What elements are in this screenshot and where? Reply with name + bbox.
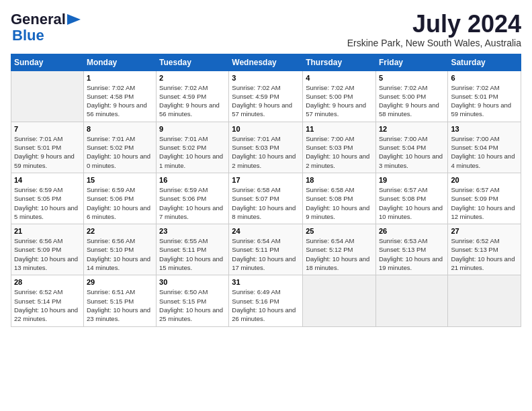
day-number: 11 [306, 125, 373, 133]
day-cell: 29Sunrise: 6:51 AMSunset: 5:15 PMDayligh… [83, 275, 156, 326]
day-number: 14 [14, 176, 81, 184]
day-cell [375, 275, 447, 326]
day-info: Sunrise: 6:50 AMSunset: 5:15 PMDaylight:… [159, 287, 226, 323]
day-cell [11, 71, 84, 122]
day-info: Sunrise: 7:00 AMSunset: 5:03 PMDaylight:… [306, 134, 373, 170]
day-number: 23 [159, 227, 226, 235]
day-cell: 30Sunrise: 6:50 AMSunset: 5:15 PMDayligh… [157, 275, 229, 326]
day-number: 18 [306, 176, 373, 184]
day-number: 16 [159, 176, 226, 184]
svg-marker-0 [67, 14, 81, 25]
day-number: 25 [306, 227, 373, 235]
week-row-1: 1Sunrise: 7:02 AMSunset: 4:58 PMDaylight… [11, 71, 521, 122]
day-cell: 7Sunrise: 7:01 AMSunset: 5:01 PMDaylight… [11, 122, 84, 173]
day-cell: 21Sunrise: 6:56 AMSunset: 5:09 PMDayligh… [11, 224, 84, 275]
day-info: Sunrise: 6:57 AMSunset: 5:08 PMDaylight:… [379, 185, 445, 221]
day-cell: 2Sunrise: 7:02 AMSunset: 4:59 PMDaylight… [157, 71, 229, 122]
col-header-saturday: Saturday [448, 54, 521, 71]
day-number: 12 [379, 125, 445, 133]
day-cell [303, 275, 376, 326]
day-cell: 8Sunrise: 7:01 AMSunset: 5:02 PMDaylight… [83, 122, 156, 173]
day-cell: 9Sunrise: 7:01 AMSunset: 5:02 PMDaylight… [157, 122, 229, 173]
header-row: SundayMondayTuesdayWednesdayThursdayFrid… [11, 54, 521, 71]
day-cell: 23Sunrise: 6:55 AMSunset: 5:11 PMDayligh… [157, 224, 229, 275]
day-info: Sunrise: 7:02 AMSunset: 4:58 PMDaylight:… [87, 83, 153, 119]
col-header-wednesday: Wednesday [229, 54, 303, 71]
day-info: Sunrise: 7:02 AMSunset: 4:59 PMDaylight:… [159, 83, 226, 119]
day-cell: 27Sunrise: 6:52 AMSunset: 5:13 PMDayligh… [448, 224, 521, 275]
day-info: Sunrise: 6:59 AMSunset: 5:06 PMDaylight:… [87, 185, 153, 221]
col-header-tuesday: Tuesday [157, 54, 229, 71]
day-info: Sunrise: 7:01 AMSunset: 5:01 PMDaylight:… [14, 134, 81, 170]
day-cell: 4Sunrise: 7:02 AMSunset: 5:00 PMDaylight… [303, 71, 376, 122]
day-number: 20 [451, 176, 518, 184]
col-header-thursday: Thursday [303, 54, 376, 71]
day-cell: 24Sunrise: 6:54 AMSunset: 5:11 PMDayligh… [229, 224, 303, 275]
day-number: 31 [232, 278, 300, 286]
day-cell: 22Sunrise: 6:56 AMSunset: 5:10 PMDayligh… [83, 224, 156, 275]
week-row-5: 28Sunrise: 6:52 AMSunset: 5:14 PMDayligh… [11, 275, 521, 326]
day-info: Sunrise: 7:02 AMSunset: 5:00 PMDaylight:… [379, 83, 445, 119]
day-info: Sunrise: 7:00 AMSunset: 5:04 PMDaylight:… [451, 134, 518, 170]
day-cell: 15Sunrise: 6:59 AMSunset: 5:06 PMDayligh… [83, 173, 156, 224]
day-number: 4 [306, 74, 373, 82]
week-row-4: 21Sunrise: 6:56 AMSunset: 5:09 PMDayligh… [11, 224, 521, 275]
day-cell: 19Sunrise: 6:57 AMSunset: 5:08 PMDayligh… [375, 173, 447, 224]
day-number: 30 [159, 278, 226, 286]
day-number: 15 [87, 176, 153, 184]
day-info: Sunrise: 6:49 AMSunset: 5:16 PMDaylight:… [232, 287, 300, 323]
day-number: 3 [232, 74, 300, 82]
month-title: July 2024 [347, 11, 521, 38]
day-info: Sunrise: 6:57 AMSunset: 5:09 PMDaylight:… [451, 185, 518, 221]
day-info: Sunrise: 7:01 AMSunset: 5:02 PMDaylight:… [159, 134, 226, 170]
day-number: 29 [87, 278, 153, 286]
day-cell: 10Sunrise: 7:01 AMSunset: 5:03 PMDayligh… [229, 122, 303, 173]
day-info: Sunrise: 6:59 AMSunset: 5:05 PMDaylight:… [14, 185, 81, 221]
col-header-monday: Monday [83, 54, 156, 71]
day-info: Sunrise: 6:54 AMSunset: 5:12 PMDaylight:… [306, 236, 373, 272]
day-cell: 17Sunrise: 6:58 AMSunset: 5:07 PMDayligh… [229, 173, 303, 224]
day-info: Sunrise: 6:56 AMSunset: 5:09 PMDaylight:… [14, 236, 81, 272]
title-block: July 2024 Erskine Park, New South Wales,… [347, 11, 521, 48]
day-number: 28 [14, 278, 81, 286]
day-info: Sunrise: 6:58 AMSunset: 5:08 PMDaylight:… [306, 185, 373, 221]
day-info: Sunrise: 6:52 AMSunset: 5:13 PMDaylight:… [451, 236, 518, 272]
day-number: 10 [232, 125, 300, 133]
day-cell: 13Sunrise: 7:00 AMSunset: 5:04 PMDayligh… [448, 122, 521, 173]
day-number: 21 [14, 227, 81, 235]
day-cell: 11Sunrise: 7:00 AMSunset: 5:03 PMDayligh… [303, 122, 376, 173]
day-info: Sunrise: 7:00 AMSunset: 5:04 PMDaylight:… [379, 134, 445, 170]
day-number: 7 [14, 125, 81, 133]
day-info: Sunrise: 7:02 AMSunset: 5:01 PMDaylight:… [451, 83, 518, 119]
day-number: 6 [451, 74, 518, 82]
day-cell: 3Sunrise: 7:02 AMSunset: 4:59 PMDaylight… [229, 71, 303, 122]
day-number: 17 [232, 176, 300, 184]
day-cell: 31Sunrise: 6:49 AMSunset: 5:16 PMDayligh… [229, 275, 303, 326]
location: Erskine Park, New South Wales, Australia [347, 38, 521, 48]
day-number: 5 [379, 74, 445, 82]
day-info: Sunrise: 6:53 AMSunset: 5:13 PMDaylight:… [379, 236, 445, 272]
logo-general: General [11, 11, 66, 28]
col-header-friday: Friday [375, 54, 447, 71]
day-info: Sunrise: 7:02 AMSunset: 5:00 PMDaylight:… [306, 83, 373, 119]
logo-arrow-icon [67, 14, 81, 25]
day-info: Sunrise: 6:59 AMSunset: 5:06 PMDaylight:… [159, 185, 226, 221]
day-number: 13 [451, 125, 518, 133]
day-cell: 14Sunrise: 6:59 AMSunset: 5:05 PMDayligh… [11, 173, 84, 224]
day-number: 8 [87, 125, 153, 133]
day-info: Sunrise: 6:58 AMSunset: 5:07 PMDaylight:… [232, 185, 300, 221]
day-number: 24 [232, 227, 300, 235]
col-header-sunday: Sunday [11, 54, 84, 71]
calendar-table: SundayMondayTuesdayWednesdayThursdayFrid… [11, 54, 521, 327]
day-info: Sunrise: 6:54 AMSunset: 5:11 PMDaylight:… [232, 236, 300, 272]
day-cell: 25Sunrise: 6:54 AMSunset: 5:12 PMDayligh… [303, 224, 376, 275]
page-header: General Blue July 2024 Erskine Park, New… [11, 11, 521, 48]
day-info: Sunrise: 6:56 AMSunset: 5:10 PMDaylight:… [87, 236, 153, 272]
day-number: 22 [87, 227, 153, 235]
day-cell: 16Sunrise: 6:59 AMSunset: 5:06 PMDayligh… [157, 173, 229, 224]
day-cell: 5Sunrise: 7:02 AMSunset: 5:00 PMDaylight… [375, 71, 447, 122]
day-cell [448, 275, 521, 326]
day-cell: 20Sunrise: 6:57 AMSunset: 5:09 PMDayligh… [448, 173, 521, 224]
day-cell: 18Sunrise: 6:58 AMSunset: 5:08 PMDayligh… [303, 173, 376, 224]
logo: General Blue [11, 11, 81, 44]
